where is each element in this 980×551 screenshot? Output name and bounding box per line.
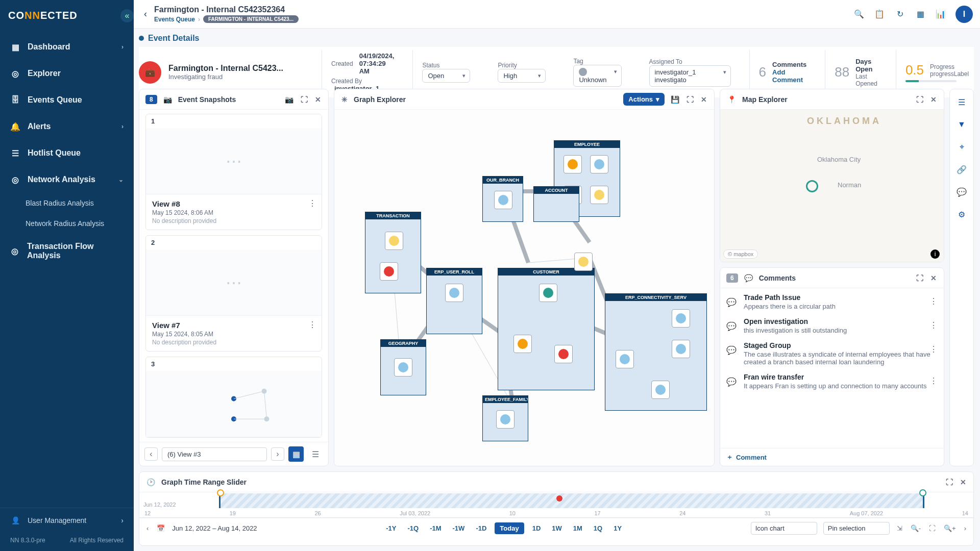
range-chip[interactable]: 1D: [529, 522, 544, 534]
prev-button[interactable]: ‹: [144, 447, 158, 461]
range-chip[interactable]: 1Q: [591, 522, 605, 534]
close-icon[interactable]: ✕: [700, 94, 708, 105]
graph-group-erp-user[interactable]: ERP_USER_ROLL: [426, 268, 482, 334]
graph-group-erp-conn[interactable]: ERP_CONNECTIVITY_SERV: [605, 293, 707, 411]
expand-icon[interactable]: ⛶: [915, 273, 924, 283]
comment-item[interactable]: 💬 Trade Path IssueAppears there is a cir…: [726, 293, 938, 310]
close-icon[interactable]: ✕: [929, 94, 938, 105]
range-chip[interactable]: 1M: [570, 522, 585, 534]
expand-icon[interactable]: ⛶: [945, 477, 954, 487]
map-canvas[interactable]: OKLAHOMA Oklahoma City Norman © mapbox i: [720, 110, 944, 262]
next-button[interactable]: ›: [271, 447, 284, 461]
nav-blast-radius[interactable]: Blast Radius Analysis: [0, 193, 134, 213]
range-chip[interactable]: -1W: [450, 522, 468, 534]
range-chip[interactable]: -1D: [473, 522, 489, 534]
close-icon[interactable]: ✕: [959, 477, 967, 487]
expand-icon[interactable]: ⛶: [685, 94, 695, 105]
comments-list[interactable]: 💬 Trade Path IssueAppears there is a cir…: [720, 288, 944, 448]
nav-transaction-flow[interactable]: ◎ Transaction Flow Analysis: [0, 234, 134, 268]
graph-group-family[interactable]: EMPLOYEE_FAMILY: [482, 395, 528, 441]
range-chip[interactable]: 1W: [549, 522, 565, 534]
add-comment-button[interactable]: ＋Comment: [720, 448, 944, 466]
nav-user-management[interactable]: 👤 User Management ›: [0, 508, 134, 533]
save-icon[interactable]: 💾: [670, 94, 680, 105]
nav-alerts[interactable]: 🔔 Alerts ›: [0, 113, 134, 140]
nav-explorer[interactable]: ◎ Explorer: [0, 60, 134, 87]
grid-icon[interactable]: ▦: [915, 9, 926, 20]
range-chip[interactable]: Today: [495, 522, 524, 534]
slider-event-marker[interactable]: [556, 495, 562, 502]
search-icon[interactable]: 🔍: [853, 9, 865, 20]
graph-group-geography[interactable]: GEOGRAPHY: [380, 339, 426, 395]
camera-capture-icon[interactable]: 📷: [284, 94, 295, 105]
range-chip[interactable]: -1Q: [404, 522, 422, 534]
snapshots-list[interactable]: 1 ⋯ View #8 May 15 2024, 8:06 AM No desc…: [139, 110, 328, 442]
snapshot-card[interactable]: 2 ⋯ View #7 May 15 2024, 8:05 AM No desc…: [145, 235, 322, 352]
more-icon[interactable]: ⋮: [308, 320, 316, 330]
sidebar-collapse-button[interactable]: «: [120, 9, 134, 22]
nav-hotlist-queue[interactable]: ☰ Hotlist Queue: [0, 140, 134, 166]
more-icon[interactable]: ⋮: [929, 296, 938, 306]
tag-select[interactable]: Unknown: [573, 65, 621, 87]
icon-chart-select[interactable]: Icon chart: [751, 522, 817, 535]
expand-icon[interactable]: ⛶: [300, 94, 309, 105]
graph-node[interactable]: [574, 253, 593, 271]
add-comment-link[interactable]: Add Comment: [772, 68, 806, 84]
chart-icon[interactable]: 📊: [935, 9, 946, 20]
nav-events-queue[interactable]: 🗄 Events Queue: [0, 87, 134, 113]
graph-group-account[interactable]: ACCOUNT: [533, 186, 579, 222]
priority-select[interactable]: High: [498, 69, 546, 83]
link-icon[interactable]: 🔗: [956, 164, 967, 175]
zoom-fit-icon[interactable]: ⛶: [928, 523, 937, 533]
zoom-out-icon[interactable]: 🔍-: [910, 523, 922, 533]
filter-icon[interactable]: ▼: [956, 119, 967, 130]
more-icon[interactable]: ⋮: [929, 376, 938, 386]
range-chip[interactable]: 1Y: [610, 522, 625, 534]
snapshot-card[interactable]: 3: [145, 357, 322, 438]
map-pin[interactable]: [806, 180, 818, 192]
more-icon[interactable]: ⋮: [308, 198, 316, 208]
chat-icon[interactable]: 💬: [956, 186, 967, 197]
more-icon[interactable]: ⋮: [929, 320, 938, 330]
nav-network-analysis[interactable]: ◎ Network Analysis ⌄: [0, 166, 134, 193]
avatar[interactable]: I: [955, 6, 973, 23]
back-button[interactable]: ‹: [141, 6, 150, 22]
info-icon[interactable]: i: [930, 249, 940, 259]
graph-group-branch[interactable]: OUR_BRANCH: [482, 176, 523, 222]
camera-icon[interactable]: 📷: [162, 94, 173, 105]
expand-icon[interactable]: ⛶: [915, 94, 924, 105]
slider-range[interactable]: [219, 493, 924, 508]
more-icon[interactable]: ⋮: [929, 344, 938, 354]
status-select[interactable]: Open: [422, 69, 470, 83]
comment-item[interactable]: 💬 Open investigationthis investigation i…: [726, 317, 938, 334]
graph-group-transaction[interactable]: TRANSACTION: [365, 212, 421, 293]
range-chip[interactable]: -1Y: [383, 522, 399, 534]
breadcrumb-link[interactable]: Events Queue: [154, 16, 195, 23]
snapshot-card[interactable]: 1 ⋯ View #8 May 15 2024, 8:06 AM No desc…: [145, 114, 322, 230]
snapshot-select[interactable]: (6) View #3: [162, 447, 267, 461]
menu-icon[interactable]: ☰: [956, 96, 967, 108]
next-icon[interactable]: ›: [963, 523, 967, 533]
close-icon[interactable]: ✕: [314, 94, 322, 105]
graph-actions-button[interactable]: Actions▾: [623, 93, 665, 106]
compress-icon[interactable]: ⇲: [896, 523, 903, 533]
prev-icon[interactable]: ‹: [145, 523, 150, 533]
zoom-in-icon[interactable]: 🔍+: [943, 523, 957, 533]
settings-icon[interactable]: ⚙: [956, 209, 967, 220]
slider-handle-end[interactable]: [919, 489, 926, 496]
clipboard-icon[interactable]: 📋: [874, 9, 885, 20]
calendar-icon[interactable]: 📅: [156, 523, 166, 533]
pin-selection-select[interactable]: Pin selection: [823, 522, 890, 535]
graph-group-customer[interactable]: CUSTOMER: [498, 268, 595, 390]
comment-item[interactable]: 💬 Staged GroupThe case illustrates a syn…: [726, 341, 938, 366]
comment-item[interactable]: 💬 Fran wire transferIt appears Fran is s…: [726, 373, 938, 390]
focus-icon[interactable]: ⌖: [956, 141, 967, 153]
nav-dashboard[interactable]: ▦ Dashboard ›: [0, 34, 134, 60]
range-chip[interactable]: -1M: [427, 522, 444, 534]
nav-network-radius[interactable]: Network Radius Analysis: [0, 213, 134, 234]
graph-canvas[interactable]: TRANSACTION OUR_BRANCH EMPLOYEE ACCOUNT …: [334, 110, 714, 466]
list-view-toggle[interactable]: ☰: [308, 446, 323, 462]
assigned-select[interactable]: investigator_1 investigato: [649, 65, 731, 87]
grid-view-toggle[interactable]: ▦: [288, 446, 304, 462]
close-icon[interactable]: ✕: [929, 273, 938, 283]
